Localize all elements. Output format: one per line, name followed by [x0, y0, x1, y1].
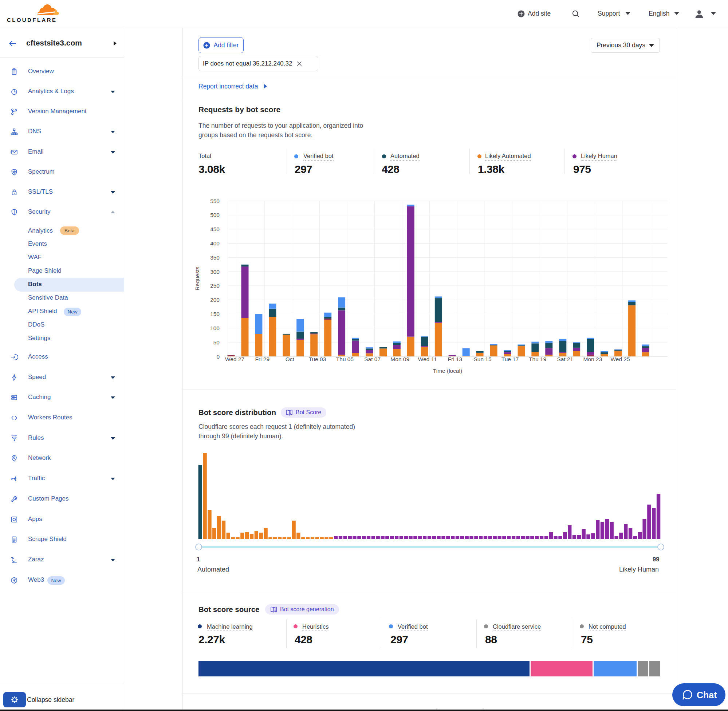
svg-text:Wed 27: Wed 27 — [225, 356, 244, 362]
svg-text:Sat 21: Sat 21 — [557, 356, 573, 362]
svg-text:Tue 03: Tue 03 — [309, 356, 326, 362]
svg-text:450: 450 — [210, 226, 220, 232]
svg-text:500: 500 — [210, 212, 220, 218]
svg-text:Sat 07: Sat 07 — [364, 356, 381, 362]
svg-text:300: 300 — [210, 268, 220, 275]
svg-text:Tue 17: Tue 17 — [502, 356, 519, 362]
svg-text:400: 400 — [210, 240, 220, 246]
svg-text:Mon 23: Mon 23 — [583, 356, 602, 362]
svg-text:Fri 13: Fri 13 — [448, 356, 462, 362]
svg-text:Fri 29: Fri 29 — [255, 356, 269, 362]
svg-text:200: 200 — [210, 297, 220, 303]
svg-text:Thu 19: Thu 19 — [529, 356, 546, 362]
svg-text:Requests: Requests — [194, 267, 200, 291]
svg-text:150: 150 — [210, 311, 220, 317]
svg-text:Wed 11: Wed 11 — [418, 356, 437, 362]
svg-text:250: 250 — [210, 283, 220, 289]
svg-text:Thu 05: Thu 05 — [336, 356, 354, 362]
svg-text:CLOUDFLARE: CLOUDFLARE — [7, 17, 57, 23]
svg-text:350: 350 — [210, 254, 220, 261]
svg-text:Time (local): Time (local) — [433, 368, 462, 374]
svg-text:Mon 09: Mon 09 — [390, 356, 409, 362]
svg-text:Oct: Oct — [285, 356, 295, 362]
svg-text:50: 50 — [213, 339, 220, 345]
svg-text:Wed 25: Wed 25 — [610, 356, 630, 362]
svg-text:0: 0 — [216, 354, 220, 360]
svg-text:Sun 15: Sun 15 — [473, 356, 491, 362]
svg-text:550: 550 — [210, 198, 220, 204]
svg-text:100: 100 — [210, 325, 220, 331]
